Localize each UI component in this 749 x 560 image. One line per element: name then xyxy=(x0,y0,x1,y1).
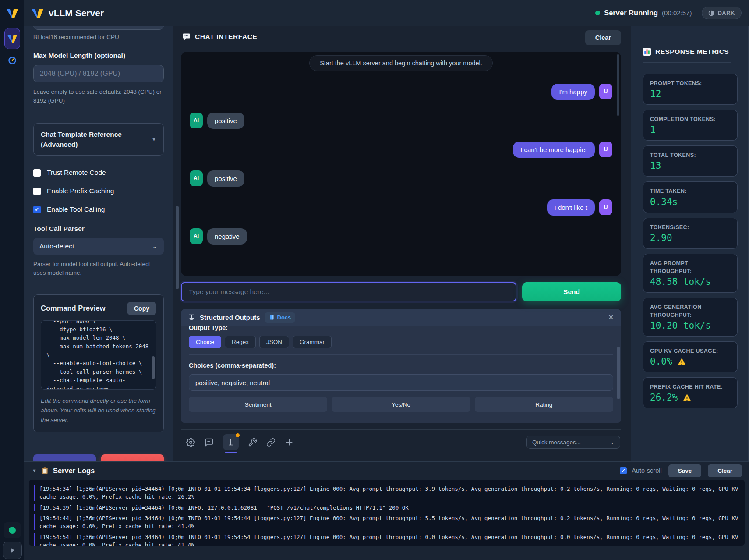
logs-output[interactable]: [19:54:34] [1;36m(APIServer pid=34464) [… xyxy=(29,480,745,546)
rail-play-button[interactable] xyxy=(3,542,22,559)
metric-card: PREFIX CACHE HIT RATE:26.2% xyxy=(643,377,738,408)
structured-outputs-title: Structured Outputs xyxy=(200,314,260,321)
metrics-title: RESPONSE METRICS xyxy=(655,48,729,56)
checkbox-unchecked[interactable] xyxy=(33,188,41,195)
preset-rating[interactable]: Rating xyxy=(475,397,613,412)
log-entry: [19:54:44] [1;36m(APIServer pid=34464) [… xyxy=(34,514,739,530)
logs-save-button[interactable]: Save xyxy=(668,464,702,477)
code-scrollbar[interactable] xyxy=(152,356,155,379)
theme-toggle-button[interactable]: DARK xyxy=(702,7,742,19)
choices-input[interactable] xyxy=(189,374,613,391)
server-status-dot-icon xyxy=(595,11,600,15)
dtype-input-partial[interactable] xyxy=(33,26,164,30)
metric-label: GPU KV CACHE USAGE: xyxy=(650,347,731,355)
message-bubble-user: I don't like t xyxy=(547,199,595,216)
metric-card: COMPLETION TOKENS:1 xyxy=(643,110,738,141)
metric-card: TIME TAKEN:0.34s xyxy=(643,181,738,213)
intro-message: Start the vLLM server and begin chatting… xyxy=(309,55,493,71)
output-type-json[interactable]: JSON xyxy=(259,336,289,348)
metric-value: 13 xyxy=(650,160,731,171)
checkbox-row[interactable]: Trust Remote Code xyxy=(33,169,164,177)
half-moon-icon xyxy=(708,10,714,16)
message-row-ai: AIpositive xyxy=(189,113,613,129)
checkbox-label: Enable Prefix Caching xyxy=(47,187,114,195)
vllm-logo-icon xyxy=(32,8,43,18)
chat-toolbar: Quick messages... ⌄ xyxy=(181,429,621,450)
chat-settings-icon[interactable] xyxy=(205,438,214,447)
response-metrics-panel: RESPONSE METRICS PROMPT TOKENS:12COMPLET… xyxy=(631,26,749,461)
metric-value: 26.2% xyxy=(650,392,731,403)
autoscroll-checkbox[interactable]: ✓ xyxy=(620,467,627,474)
chat-clear-button[interactable]: Clear xyxy=(585,30,621,45)
message-row-user: I don't like tU xyxy=(189,199,613,216)
chat-template-reference-toggle[interactable]: Chat Template Reference (Advanced) ▼ xyxy=(33,123,164,156)
checkbox-row[interactable]: ✓Enable Tool Calling xyxy=(33,206,164,213)
message-bubble-ai: positive xyxy=(207,113,244,129)
active-indicator xyxy=(225,452,237,453)
wrench-icon[interactable] xyxy=(248,438,257,447)
message-input[interactable] xyxy=(181,282,516,301)
rail-status-indicator[interactable] xyxy=(4,522,21,538)
output-type-buttons: ChoiceRegexJSONGrammar xyxy=(189,336,613,348)
user-avatar: U xyxy=(599,199,612,215)
max-model-length-label: Max Model Length (optional) xyxy=(33,52,164,60)
metric-value: 10.20 tok/s xyxy=(650,320,731,331)
metric-card: TOTAL TOKENS:13 xyxy=(643,145,738,177)
link-icon[interactable] xyxy=(266,438,276,447)
metric-label: PREFIX CACHE HIT RATE: xyxy=(650,383,731,391)
output-type-grammar[interactable]: Grammar xyxy=(293,336,332,348)
quick-messages-select[interactable]: Quick messages... ⌄ xyxy=(526,436,620,449)
collapse-caret-icon[interactable]: ▼ xyxy=(32,468,37,473)
send-button[interactable]: Send xyxy=(522,282,621,301)
intro-row: Start the vLLM server and begin chatting… xyxy=(189,55,613,71)
rail-item-server-active[interactable] xyxy=(4,28,20,49)
chat-scrollbar[interactable] xyxy=(617,54,619,116)
message-row-ai: AIpositive xyxy=(189,170,613,187)
warning-icon xyxy=(677,358,686,366)
status-dot-icon xyxy=(9,527,16,534)
start-server-button[interactable]: Start Server xyxy=(33,454,96,461)
checkbox-checked[interactable]: ✓ xyxy=(33,206,41,213)
metric-value: 0.0% xyxy=(650,356,731,367)
metric-label: AVG GENERATION THROUGHPUT: xyxy=(650,303,731,319)
structured-outputs-body: Output Type: ChoiceRegexJSONGrammar Choi… xyxy=(181,326,621,423)
metric-label: TOTAL TOKENS: xyxy=(650,151,731,159)
settings-gear-icon[interactable] xyxy=(186,438,195,447)
metric-card: AVG GENERATION THROUGHPUT:10.20 tok/s xyxy=(643,298,738,337)
chat-header: CHAT INTERFACE Clear xyxy=(181,26,621,41)
log-entry: [19:54:34] [1;36m(APIServer pid=34464) [… xyxy=(34,485,739,501)
stop-server-button[interactable]: Stop Server xyxy=(101,454,164,461)
structured-outputs-toggle[interactable] xyxy=(223,434,239,450)
ai-avatar: AI xyxy=(190,228,203,244)
rail-item-metrics-gauge-icon[interactable] xyxy=(8,56,17,65)
tool-call-parser-select[interactable]: Auto-detect ⌄ xyxy=(33,238,164,255)
message-bubble-ai: negative xyxy=(207,228,247,245)
copy-button[interactable]: Copy xyxy=(127,302,156,315)
output-type-regex[interactable]: Regex xyxy=(225,336,256,348)
logs-clear-button[interactable]: Clear xyxy=(708,464,742,477)
output-type-choice[interactable]: Choice xyxy=(189,336,221,348)
preset-sentiment[interactable]: Sentiment xyxy=(189,397,327,412)
vllm-logo-icon xyxy=(7,35,17,43)
preset-yes-no[interactable]: Yes/No xyxy=(332,397,470,412)
metric-value: 12 xyxy=(650,89,731,99)
app-header: vLLM Server Server Running (00:02:57) DA… xyxy=(24,0,749,26)
plus-icon[interactable] xyxy=(285,438,294,447)
max-model-length-input[interactable] xyxy=(33,65,164,82)
chat-title: CHAT INTERFACE xyxy=(195,33,257,41)
checkbox-unchecked[interactable] xyxy=(33,169,41,177)
settings-sidebar: BFloat16 recommended for CPU Max Model L… xyxy=(24,26,173,461)
command-preview-code[interactable]: --port 8000 \ --dtype bfloat16 \ --max-m… xyxy=(41,320,156,390)
structured-scrollbar[interactable] xyxy=(617,347,620,399)
checkbox-row[interactable]: Enable Prefix Caching xyxy=(33,187,164,195)
chevron-down-icon: ⌄ xyxy=(610,439,615,445)
ai-avatar: AI xyxy=(190,170,203,186)
docs-link[interactable]: Docs xyxy=(265,312,296,323)
metric-label: TOKENS/SEC: xyxy=(650,223,731,231)
structured-outputs-panel: Structured Outputs Docs ✕ Output Type: C… xyxy=(181,309,621,423)
dtype-hint: BFloat16 recommended for CPU xyxy=(33,34,164,40)
structured-outputs-header: Structured Outputs Docs ✕ xyxy=(181,309,621,326)
close-icon[interactable]: ✕ xyxy=(608,314,614,321)
command-preview-card: Command Preview Copy --port 8000 \ --dty… xyxy=(33,294,164,433)
sidebar-scrollbar[interactable] xyxy=(176,206,179,289)
